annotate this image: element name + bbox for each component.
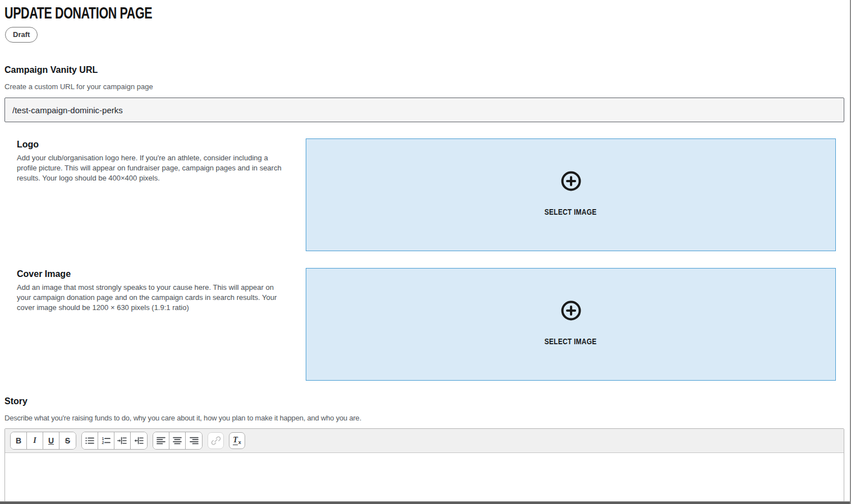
story-rich-text-editor: B I U S (4, 428, 844, 502)
svg-text:1: 1 (102, 437, 104, 441)
outdent-button[interactable] (131, 432, 147, 449)
cover-image-upload-dropzone[interactable]: SELECT IMAGE (306, 268, 836, 381)
story-label: Story (4, 396, 844, 406)
bulleted-list-button[interactable] (82, 432, 98, 449)
remove-format-icon: Tx (233, 436, 241, 445)
cover-image-description: Add an image that most strongly speaks t… (17, 283, 282, 313)
update-donation-page: UPDATE DONATION PAGE Draft Campaign Vani… (0, 0, 851, 504)
align-right-button[interactable] (186, 432, 202, 449)
logo-upload-dropzone[interactable]: SELECT IMAGE (306, 138, 836, 251)
story-section: Story Describe what you're raising funds… (4, 396, 844, 502)
strikethrough-button[interactable]: S (59, 432, 76, 449)
indent-icon (117, 435, 128, 446)
alignment-button-group (153, 432, 203, 450)
italic-button[interactable]: I (27, 432, 43, 449)
vanity-url-helper: Create a custom URL for your campaign pa… (4, 82, 844, 91)
indent-button[interactable] (114, 432, 131, 449)
remove-format-button[interactable]: Tx (229, 432, 245, 449)
align-center-button[interactable] (169, 432, 186, 449)
page-title: UPDATE DONATION PAGE (4, 4, 152, 21)
cover-image-section: Cover Image Add an image that most stron… (4, 268, 844, 381)
circle-plus-icon (560, 300, 582, 321)
story-helper: Describe what you're raising funds to do… (4, 414, 844, 422)
text-style-button-group: B I U S (10, 432, 76, 450)
editor-toolbar: B I U S (5, 429, 844, 453)
bulleted-list-icon (84, 435, 95, 446)
svg-text:2: 2 (102, 441, 104, 445)
list-button-group: 1 2 (81, 432, 148, 450)
circle-plus-icon (560, 170, 582, 192)
bold-button[interactable]: B (11, 432, 27, 449)
logo-select-image-button[interactable]: SELECT IMAGE (545, 207, 597, 216)
story-editor-content[interactable] (5, 453, 844, 501)
link-icon (210, 435, 222, 446)
link-button[interactable] (208, 432, 224, 449)
logo-info: Logo Add your club/organisation logo her… (4, 138, 306, 184)
cover-image-info: Cover Image Add an image that most stron… (4, 268, 306, 313)
align-left-icon (155, 435, 167, 446)
vanity-url-section: Campaign Vanity URL Create a custom URL … (4, 65, 844, 122)
align-center-icon (172, 435, 183, 446)
logo-label: Logo (17, 140, 282, 150)
cover-image-label: Cover Image (17, 269, 282, 279)
numbered-list-button[interactable]: 1 2 (98, 432, 114, 449)
align-left-button[interactable] (153, 432, 169, 449)
vanity-url-label: Campaign Vanity URL (4, 65, 844, 75)
status-badge: Draft (5, 27, 38, 43)
numbered-list-icon: 1 2 (100, 435, 112, 446)
underline-button[interactable]: U (43, 432, 59, 449)
bottom-divider-bar (0, 501, 850, 504)
outdent-icon (134, 435, 145, 446)
cover-select-image-button[interactable]: SELECT IMAGE (545, 336, 597, 346)
logo-section: Logo Add your club/organisation logo her… (4, 138, 844, 251)
align-right-icon (188, 435, 200, 446)
logo-description: Add your club/organisation logo here. If… (17, 153, 282, 184)
vanity-url-input[interactable] (4, 98, 844, 122)
